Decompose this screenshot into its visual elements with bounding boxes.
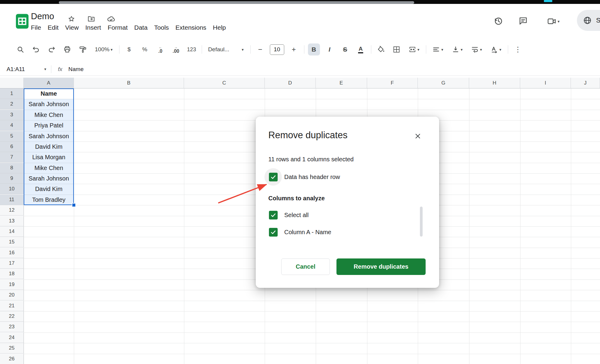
row-header-25[interactable]: 25	[0, 343, 24, 354]
row-header-22[interactable]: 22	[0, 311, 24, 322]
gridline-h	[24, 311, 600, 312]
cell-A2[interactable]: Sarah Johnson	[24, 99, 74, 109]
gridline-h	[24, 343, 600, 343]
row-header-9[interactable]: 9	[0, 173, 24, 184]
gridline-h	[24, 322, 600, 322]
column-header-G[interactable]: G	[418, 78, 469, 88]
row-header-17[interactable]: 17	[0, 258, 24, 269]
gridline-h	[24, 99, 600, 99]
data-has-header-checkbox[interactable]	[269, 173, 278, 181]
column-header-C[interactable]: C	[184, 78, 265, 88]
column-header-B[interactable]: B	[74, 78, 184, 88]
column-a-label[interactable]: Column A - Name	[284, 228, 331, 237]
cell-A1[interactable]: Name	[24, 88, 74, 99]
row-header-13[interactable]: 13	[0, 216, 24, 226]
column-header-H[interactable]: H	[469, 78, 520, 88]
select-all-label[interactable]: Select all	[284, 211, 309, 219]
cell-A8[interactable]: Mike Chen	[24, 163, 74, 173]
cancel-button[interactable]: Cancel	[281, 258, 330, 275]
row-header-7[interactable]: 7	[0, 152, 24, 163]
dialog-scrollbar[interactable]	[420, 207, 423, 237]
close-icon[interactable]	[412, 131, 423, 142]
gridline-h	[24, 290, 600, 290]
gridline-h	[24, 301, 600, 301]
grid-corner-cell[interactable]	[0, 78, 24, 88]
row-header-15[interactable]: 15	[0, 237, 24, 247]
remove-duplicates-dialog: Remove duplicates 11 rows and 1 columns …	[256, 117, 439, 288]
column-header-J[interactable]: J	[571, 78, 600, 88]
row-header-24[interactable]: 24	[0, 333, 24, 343]
row-header-26[interactable]: 26	[0, 354, 24, 364]
row-header-6[interactable]: 6	[0, 142, 24, 152]
data-has-header-label[interactable]: Data has header row	[284, 173, 340, 181]
gridline-h	[24, 110, 600, 110]
column-header-D[interactable]: D	[265, 78, 316, 88]
row-header-20[interactable]: 20	[0, 290, 24, 300]
remove-duplicates-button[interactable]: Remove duplicates	[336, 258, 426, 275]
gridline-h	[24, 354, 600, 354]
row-header-2[interactable]: 2	[0, 99, 24, 109]
row-header-19[interactable]: 19	[0, 279, 24, 290]
cell-A9[interactable]: Sarah Johnson	[24, 173, 74, 184]
row-header-18[interactable]: 18	[0, 269, 24, 279]
select-all-checkbox[interactable]	[269, 211, 278, 219]
row-header-1[interactable]: 1	[0, 88, 24, 99]
row-header-8[interactable]: 8	[0, 163, 24, 173]
cell-A6[interactable]: David Kim	[24, 142, 74, 152]
row-header-10[interactable]: 10	[0, 184, 24, 194]
column-header-E[interactable]: E	[316, 78, 367, 88]
column-a-checkbox[interactable]	[269, 228, 278, 237]
cell-A4[interactable]: Priya Patel	[24, 120, 74, 131]
google-sheets-app: Demo File Edit View Insert Format Data T…	[0, 0, 600, 364]
cell-A11[interactable]: Tom Bradley	[24, 195, 74, 205]
columns-to-analyze-heading: Columns to analyze	[268, 195, 325, 202]
row-header-21[interactable]: 21	[0, 301, 24, 311]
row-header-4[interactable]: 4	[0, 120, 24, 131]
column-header-A[interactable]: A	[24, 78, 74, 88]
cell-A3[interactable]: Mike Chen	[24, 110, 74, 120]
row-header-11[interactable]: 11	[0, 195, 24, 205]
row-header-12[interactable]: 12	[0, 205, 24, 216]
row-header-3[interactable]: 3	[0, 110, 24, 120]
column-header-F[interactable]: F	[367, 78, 418, 88]
selection-fill-handle[interactable]	[72, 203, 76, 207]
row-header-16[interactable]: 16	[0, 248, 24, 258]
cell-A5[interactable]: Sarah Johnson	[24, 131, 74, 142]
dialog-title: Remove duplicates	[268, 130, 348, 141]
column-header-I[interactable]: I	[520, 78, 571, 88]
row-header-5[interactable]: 5	[0, 131, 24, 142]
row-header-23[interactable]: 23	[0, 322, 24, 332]
gridline-h	[24, 333, 600, 333]
selection-summary: 11 rows and 1 columns selected	[268, 156, 354, 163]
cell-A10[interactable]: David Kim	[24, 184, 74, 194]
cell-A7[interactable]: Lisa Morgan	[24, 152, 74, 163]
row-header-14[interactable]: 14	[0, 226, 24, 237]
